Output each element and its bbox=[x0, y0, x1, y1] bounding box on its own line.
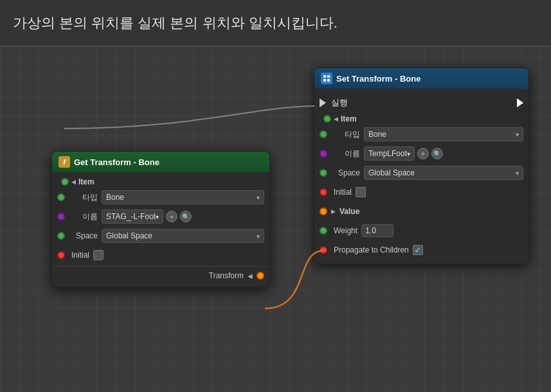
get-type-arrow-icon: ▾ bbox=[257, 194, 260, 201]
set-exec-label: 실행 bbox=[331, 97, 512, 109]
get-transform-output-pin bbox=[257, 272, 264, 280]
get-name-value: STAG_-L-Foot bbox=[106, 212, 156, 221]
set-weight-input[interactable] bbox=[361, 224, 393, 237]
set-space-row: Space Global Space ▾ bbox=[314, 163, 528, 183]
set-item-section: ◀ Item bbox=[314, 113, 528, 125]
get-node-body: ◀ Item 타입 Bone ▾ 이름 STAG_-L-Foot + 🔍 bbox=[52, 172, 269, 287]
set-type-row: 타입 Bone ▾ bbox=[314, 125, 528, 144]
set-node-body: 실행 ◀ Item 타입 Bone ▾ 이름 TempLFoot bbox=[314, 89, 528, 263]
set-name-value: TempLFoot bbox=[368, 149, 407, 158]
set-name-add-btn[interactable]: + bbox=[417, 148, 429, 159]
get-type-label: 타입 bbox=[69, 192, 98, 203]
set-node-title: Set Transform - Bone bbox=[336, 74, 420, 84]
set-propagate-checkmark: ✓ bbox=[414, 245, 421, 255]
get-space-pin bbox=[57, 232, 65, 240]
set-value-label: Value bbox=[339, 207, 359, 216]
get-space-row: Space Global Space ▾ bbox=[52, 226, 269, 245]
set-transform-node: Set Transform - Bone 실행 ◀ Item 타입 Bone ▾ bbox=[314, 67, 529, 264]
get-initial-pin bbox=[57, 251, 65, 259]
get-name-row: 이름 STAG_-L-Foot + 🔍 bbox=[52, 207, 269, 226]
set-name-dropdown[interactable]: TempLFoot bbox=[364, 147, 415, 161]
set-type-pin bbox=[320, 130, 327, 138]
get-name-dropdown[interactable]: STAG_-L-Foot bbox=[102, 209, 163, 224]
set-initial-checkbox[interactable] bbox=[356, 187, 366, 197]
get-item-pin bbox=[61, 178, 69, 186]
get-transform-output-row: Transform ◀ bbox=[52, 268, 269, 283]
get-name-controls: STAG_-L-Foot + 🔍 bbox=[102, 209, 264, 224]
set-exec-out-pin bbox=[517, 98, 523, 107]
set-value-row: ▶ Value bbox=[314, 202, 528, 221]
set-item-label: Item bbox=[341, 114, 357, 123]
set-weight-row: Weight bbox=[314, 221, 528, 240]
get-name-label: 이름 bbox=[69, 211, 98, 222]
get-node-header: f Get Transform - Bone bbox=[52, 152, 269, 172]
get-initial-checkbox[interactable] bbox=[93, 250, 104, 260]
set-type-value: Bone bbox=[368, 130, 386, 139]
svg-rect-3 bbox=[327, 79, 330, 82]
set-initial-row: Initial bbox=[314, 183, 528, 202]
set-initial-pin bbox=[320, 188, 327, 196]
get-node-icon: f bbox=[59, 156, 70, 168]
set-item-pin bbox=[323, 115, 331, 123]
get-initial-row: Initial bbox=[52, 245, 269, 265]
set-item-triangle: ◀ bbox=[334, 116, 338, 122]
set-propagate-pin bbox=[320, 246, 327, 254]
svg-rect-0 bbox=[323, 75, 326, 78]
get-type-row: 타입 Bone ▾ bbox=[52, 188, 269, 207]
get-item-section: ◀ Item bbox=[52, 176, 269, 188]
set-propagate-row: Propagate to Children ✓ bbox=[314, 240, 528, 260]
get-initial-label: Initial bbox=[71, 251, 89, 260]
get-type-pin bbox=[57, 193, 65, 201]
get-space-arrow-icon: ▾ bbox=[257, 233, 260, 240]
get-space-value: Global Space bbox=[106, 231, 152, 240]
set-exec-in-pin bbox=[320, 98, 326, 107]
set-type-arrow-icon: ▾ bbox=[516, 131, 519, 138]
set-space-dropdown[interactable]: Global Space ▾ bbox=[364, 166, 523, 180]
get-space-dropdown[interactable]: Global Space ▾ bbox=[102, 229, 264, 243]
get-node-icon-letter: f bbox=[63, 158, 66, 166]
get-item-label: Item bbox=[78, 177, 95, 186]
set-node-icon-svg bbox=[323, 75, 330, 82]
set-name-search-btn[interactable]: 🔍 bbox=[431, 148, 443, 159]
get-transform-triangle-icon: ◀ bbox=[248, 272, 253, 280]
get-name-add-btn[interactable]: + bbox=[166, 211, 177, 222]
get-node-title: Get Transform - Bone bbox=[74, 157, 159, 167]
svg-rect-2 bbox=[323, 79, 326, 82]
set-name-pin bbox=[320, 150, 327, 157]
get-name-search-btn[interactable]: 🔍 bbox=[180, 211, 192, 222]
set-weight-label: Weight bbox=[334, 226, 357, 235]
svg-rect-1 bbox=[327, 75, 330, 78]
set-node-header: Set Transform - Bone bbox=[314, 68, 528, 89]
set-node-icon bbox=[321, 73, 332, 84]
set-name-controls: TempLFoot + 🔍 bbox=[364, 147, 523, 161]
get-transform-node: f Get Transform - Bone ◀ Item 타입 Bone ▾ … bbox=[51, 151, 270, 288]
banner-text: 가상의 본의 위치를 실제 본의 위치와 일치시킵니다. bbox=[13, 13, 338, 33]
set-initial-label: Initial bbox=[334, 188, 352, 197]
set-value-triangle: ▶ bbox=[331, 208, 336, 215]
set-space-pin bbox=[320, 169, 327, 177]
set-space-arrow-icon: ▾ bbox=[516, 170, 519, 177]
get-type-value: Bone bbox=[106, 193, 124, 202]
set-space-value: Global Space bbox=[368, 168, 415, 177]
set-type-label: 타입 bbox=[331, 129, 360, 140]
set-propagate-label: Propagate to Children bbox=[334, 245, 409, 254]
set-space-label: Space bbox=[331, 168, 360, 177]
get-space-label: Space bbox=[69, 231, 98, 240]
set-value-pin bbox=[320, 208, 327, 215]
get-name-pin bbox=[57, 213, 65, 220]
set-weight-pin bbox=[320, 227, 327, 235]
get-transform-output-label: Transform bbox=[209, 271, 244, 280]
get-type-dropdown[interactable]: Bone ▾ bbox=[102, 190, 264, 204]
top-banner: 가상의 본의 위치를 실제 본의 위치와 일치시킵니다. bbox=[0, 0, 551, 46]
set-exec-row: 실행 bbox=[314, 93, 528, 113]
set-type-dropdown[interactable]: Bone ▾ bbox=[364, 127, 523, 141]
item-triangle: ◀ bbox=[71, 179, 76, 185]
get-divider bbox=[52, 266, 269, 267]
set-name-row: 이름 TempLFoot + 🔍 bbox=[314, 144, 528, 163]
set-propagate-checkbox[interactable]: ✓ bbox=[413, 245, 423, 255]
set-name-label: 이름 bbox=[331, 148, 360, 159]
